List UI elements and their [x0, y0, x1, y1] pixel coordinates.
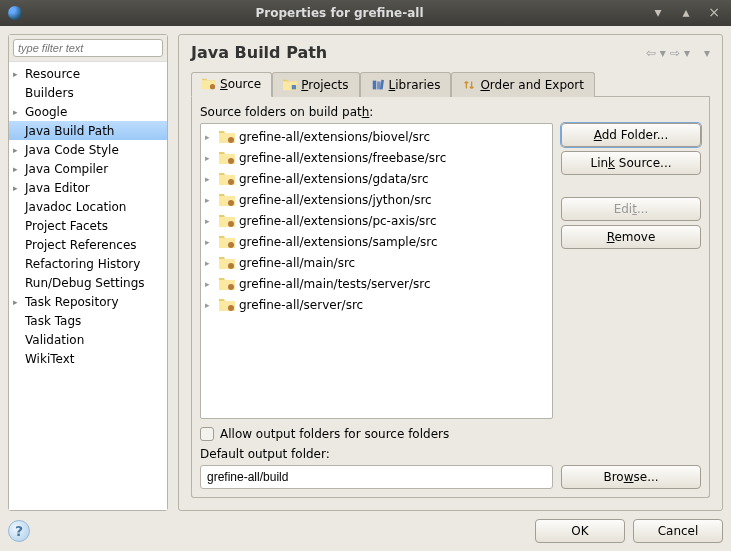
source-folder-item[interactable]: ▸grefine-all/extensions/biovel/src: [203, 126, 550, 147]
svg-point-0: [210, 84, 215, 89]
sidebar-item-label: Task Repository: [23, 295, 119, 309]
sidebar-item-label: Resource: [23, 67, 80, 81]
allow-output-label: Allow output folders for source folders: [220, 427, 449, 441]
help-button[interactable]: ?: [8, 520, 30, 542]
svg-rect-3: [377, 81, 381, 89]
history-nav: ⇦ ▾ ⇨ ▾ ▾: [646, 46, 710, 60]
dialog-body: ▸ResourceBuilders▸GoogleJava Build Path▸…: [0, 26, 731, 551]
source-folder-item[interactable]: ▸grefine-all/extensions/sample/src: [203, 231, 550, 252]
svg-rect-1: [292, 85, 296, 89]
tab-label: Source: [220, 77, 261, 91]
add-folder-button[interactable]: Add Folder...: [561, 123, 701, 147]
tab-order-and-export[interactable]: Order and Export: [451, 72, 595, 97]
svg-point-8: [228, 200, 234, 206]
sidebar-item-refactoring-history[interactable]: Refactoring History: [9, 254, 167, 273]
sidebar-item-google[interactable]: ▸Google: [9, 102, 167, 121]
tab-label: Order and Export: [480, 78, 584, 92]
app-icon: [8, 6, 22, 20]
browse-button[interactable]: Browse...: [561, 465, 701, 489]
tab-label: Libraries: [389, 78, 441, 92]
category-tree[interactable]: ▸ResourceBuilders▸GoogleJava Build Path▸…: [9, 62, 167, 510]
sidebar-item-label: Javadoc Location: [23, 200, 126, 214]
svg-point-7: [228, 179, 234, 185]
chevron-right-icon: ▸: [13, 183, 23, 193]
default-output-field[interactable]: [200, 465, 553, 489]
tab-label: Projects: [301, 78, 348, 92]
back-icon[interactable]: ⇦: [646, 46, 656, 60]
svg-point-13: [228, 305, 234, 311]
chevron-right-icon: ▸: [13, 297, 23, 307]
sidebar-item-builders[interactable]: Builders: [9, 83, 167, 102]
maximize-icon[interactable]: ▴: [677, 6, 695, 20]
source-folder-item[interactable]: ▸grefine-all/main/src: [203, 252, 550, 273]
sidebar-item-label: Java Code Style: [23, 143, 119, 157]
chevron-right-icon: ▸: [13, 164, 23, 174]
view-menu-icon[interactable]: ▾: [704, 46, 710, 60]
chevron-right-icon: ▸: [205, 258, 215, 268]
sidebar-item-validation[interactable]: Validation: [9, 330, 167, 349]
source-folder-path: grefine-all/extensions/sample/src: [239, 235, 438, 249]
sidebar-item-label: Project References: [23, 238, 137, 252]
sidebar-item-task-tags[interactable]: Task Tags: [9, 311, 167, 330]
svg-point-12: [228, 284, 234, 290]
forward-menu-icon[interactable]: ▾: [684, 46, 690, 60]
chevron-right-icon: ▸: [205, 279, 215, 289]
chevron-right-icon: ▸: [13, 107, 23, 117]
chevron-right-icon: ▸: [205, 237, 215, 247]
sidebar-item-label: Project Facets: [23, 219, 108, 233]
sidebar-item-label: Task Tags: [23, 314, 81, 328]
sidebar-item-label: Builders: [23, 86, 74, 100]
sidebar-item-label: Run/Debug Settings: [23, 276, 145, 290]
tab-bar: SourceProjectsLibrariesOrder and Export: [191, 72, 710, 97]
sidebar-item-label: Java Editor: [23, 181, 90, 195]
source-folder-item[interactable]: ▸grefine-all/server/src: [203, 294, 550, 315]
sidebar-item-run-debug-settings[interactable]: Run/Debug Settings: [9, 273, 167, 292]
source-folder-path: grefine-all/main/src: [239, 256, 355, 270]
source-folder-path: grefine-all/extensions/biovel/src: [239, 130, 430, 144]
sidebar-item-javadoc-location[interactable]: Javadoc Location: [9, 197, 167, 216]
sidebar-item-project-facets[interactable]: Project Facets: [9, 216, 167, 235]
source-folder-item[interactable]: ▸grefine-all/main/tests/server/src: [203, 273, 550, 294]
filter-input[interactable]: [13, 39, 163, 57]
sidebar-item-java-compiler[interactable]: ▸Java Compiler: [9, 159, 167, 178]
ok-button[interactable]: OK: [535, 519, 625, 543]
back-menu-icon[interactable]: ▾: [660, 46, 666, 60]
minimize-icon[interactable]: ▾: [649, 6, 667, 20]
tab-projects[interactable]: Projects: [272, 72, 359, 97]
source-folder-item[interactable]: ▸grefine-all/extensions/freebase/src: [203, 147, 550, 168]
sidebar-item-task-repository[interactable]: ▸Task Repository: [9, 292, 167, 311]
chevron-right-icon: ▸: [13, 69, 23, 79]
svg-point-9: [228, 221, 234, 227]
source-folder-path: grefine-all/extensions/freebase/src: [239, 151, 446, 165]
sidebar-item-java-editor[interactable]: ▸Java Editor: [9, 178, 167, 197]
close-icon[interactable]: ×: [705, 6, 723, 20]
allow-output-checkbox[interactable]: [200, 427, 214, 441]
sidebar-item-wikitext[interactable]: WikiText: [9, 349, 167, 368]
sidebar-item-resource[interactable]: ▸Resource: [9, 64, 167, 83]
edit-button[interactable]: Edit...: [561, 197, 701, 221]
page-title: Java Build Path: [191, 43, 646, 62]
source-folder-path: grefine-all/main/tests/server/src: [239, 277, 431, 291]
sidebar-item-java-code-style[interactable]: ▸Java Code Style: [9, 140, 167, 159]
chevron-right-icon: ▸: [205, 300, 215, 310]
source-folder-path: grefine-all/extensions/gdata/src: [239, 172, 429, 186]
chevron-right-icon: ▸: [205, 132, 215, 142]
svg-rect-2: [372, 80, 376, 89]
tab-source[interactable]: Source: [191, 72, 272, 97]
svg-point-6: [228, 158, 234, 164]
source-folder-item[interactable]: ▸grefine-all/extensions/jython/src: [203, 189, 550, 210]
sidebar-item-label: Refactoring History: [23, 257, 140, 271]
source-folder-item[interactable]: ▸grefine-all/extensions/gdata/src: [203, 168, 550, 189]
source-folder-item[interactable]: ▸grefine-all/extensions/pc-axis/src: [203, 210, 550, 231]
window-controls: ▾ ▴ ×: [649, 6, 723, 20]
sidebar-item-java-build-path[interactable]: Java Build Path: [9, 121, 167, 140]
remove-button[interactable]: Remove: [561, 225, 701, 249]
svg-point-11: [228, 263, 234, 269]
source-folder-list[interactable]: ▸grefine-all/extensions/biovel/src▸grefi…: [200, 123, 553, 419]
tab-libraries[interactable]: Libraries: [360, 72, 452, 97]
forward-icon[interactable]: ⇨: [670, 46, 680, 60]
link-source-button[interactable]: Link Source...: [561, 151, 701, 175]
sidebar-item-project-references[interactable]: Project References: [9, 235, 167, 254]
cancel-button[interactable]: Cancel: [633, 519, 723, 543]
sidebar-item-label: WikiText: [23, 352, 75, 366]
